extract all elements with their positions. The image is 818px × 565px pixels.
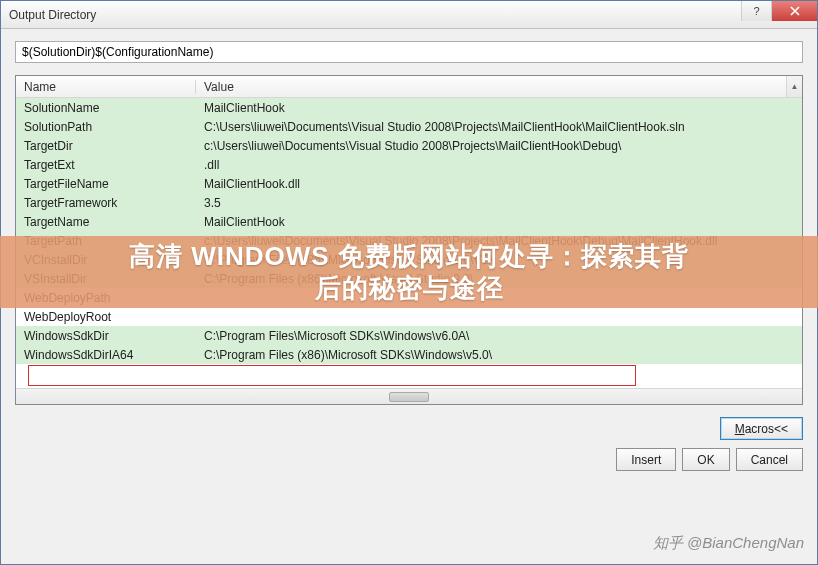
macro-name: SolutionPath <box>16 120 196 134</box>
table-row[interactable]: SolutionPathC:\Users\liuwei\Documents\Vi… <box>16 117 802 136</box>
list-header: Name Value ▲ <box>16 76 802 98</box>
cancel-button[interactable]: Cancel <box>736 448 803 471</box>
table-row[interactable]: WindowsSdkDirC:\Program Files\Microsoft … <box>16 326 802 345</box>
column-header-value[interactable]: Value <box>196 80 786 94</box>
macro-name: WindowsSdkDir <box>16 329 196 343</box>
macro-name: WebDeployPath <box>16 291 196 305</box>
highlight-rectangle <box>28 365 636 386</box>
path-input-row <box>15 41 803 63</box>
macro-value: C:\Program Files (x86)\Microsoft SDKs\Wi… <box>196 348 802 362</box>
table-row[interactable]: WebDeployRoot <box>16 307 802 326</box>
table-row[interactable]: VCInstallDirC:\Program Files (x86)\Micro… <box>16 250 802 269</box>
table-row[interactable]: TargetExt.dll <box>16 155 802 174</box>
horizontal-scrollbar[interactable] <box>16 388 802 404</box>
list-body[interactable]: SolutionNameMailClientHookSolutionPathC:… <box>16 98 802 388</box>
table-row[interactable]: WindowsSdkDirIA64C:\Program Files (x86)\… <box>16 345 802 364</box>
macro-name: TargetName <box>16 215 196 229</box>
output-directory-input[interactable] <box>15 41 803 63</box>
macro-name: VCInstallDir <box>16 253 196 267</box>
macros-button[interactable]: Macros<< <box>720 417 803 440</box>
scroll-up-indicator[interactable]: ▲ <box>786 76 802 97</box>
window-title: Output Directory <box>9 8 741 22</box>
macros-list: Name Value ▲ SolutionNameMailClientHookS… <box>15 75 803 405</box>
ok-button[interactable]: OK <box>682 448 729 471</box>
macro-value: C:\Program Files (x86)\Microsoft Visual … <box>196 272 802 286</box>
macro-name: VSInstallDir <box>16 272 196 286</box>
titlebar: Output Directory ? <box>1 1 817 29</box>
macro-value: MailClientHook.dll <box>196 177 802 191</box>
macro-value: MailClientHook <box>196 215 802 229</box>
table-row[interactable]: WebDeployPath <box>16 288 802 307</box>
close-button[interactable] <box>771 1 817 21</box>
macro-value: MailClientHook <box>196 101 802 115</box>
macro-value: C:\Program Files\Microsoft SDKs\Windows\… <box>196 329 802 343</box>
macro-name: TargetDir <box>16 139 196 153</box>
macro-name: TargetExt <box>16 158 196 172</box>
macro-value: C:\Program Files (x86)\Microsoft Visual … <box>196 253 802 267</box>
macro-name: SolutionName <box>16 101 196 115</box>
window-controls: ? <box>741 1 817 28</box>
column-header-name[interactable]: Name <box>16 80 196 94</box>
table-row[interactable]: TargetPathc:\Users\liuwei\Documents\Visu… <box>16 231 802 250</box>
macro-name: WindowsSdkDirIA64 <box>16 348 196 362</box>
macro-name: TargetFramework <box>16 196 196 210</box>
table-row[interactable]: TargetFileNameMailClientHook.dll <box>16 174 802 193</box>
macro-value: c:\Users\liuwei\Documents\Visual Studio … <box>196 234 802 248</box>
macro-value: 3.5 <box>196 196 802 210</box>
table-row[interactable]: TargetNameMailClientHook <box>16 212 802 231</box>
table-row[interactable]: SolutionNameMailClientHook <box>16 98 802 117</box>
macro-name: TargetFileName <box>16 177 196 191</box>
help-button[interactable]: ? <box>741 1 771 21</box>
macro-name: WebDeployRoot <box>16 310 196 324</box>
table-row[interactable]: TargetFramework3.5 <box>16 193 802 212</box>
macro-value: c:\Users\liuwei\Documents\Visual Studio … <box>196 139 802 153</box>
close-icon <box>790 6 800 16</box>
table-row[interactable]: VSInstallDirC:\Program Files (x86)\Micro… <box>16 269 802 288</box>
dialog-content: Name Value ▲ SolutionNameMailClientHookS… <box>1 29 817 564</box>
macro-name: TargetPath <box>16 234 196 248</box>
button-area: Macros<< Insert OK Cancel <box>15 417 803 471</box>
insert-button[interactable]: Insert <box>616 448 676 471</box>
macro-value: .dll <box>196 158 802 172</box>
table-row[interactable]: TargetDirc:\Users\liuwei\Documents\Visua… <box>16 136 802 155</box>
macro-value: C:\Users\liuwei\Documents\Visual Studio … <box>196 120 802 134</box>
scrollbar-thumb[interactable] <box>389 392 429 402</box>
dialog-window: Output Directory ? Name Value ▲ Solution… <box>0 0 818 565</box>
